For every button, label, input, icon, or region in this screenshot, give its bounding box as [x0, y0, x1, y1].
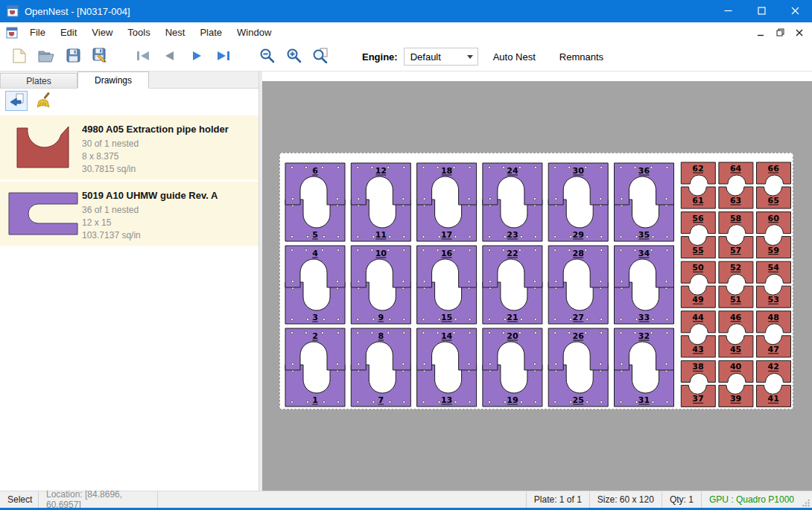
status-mode: Select [0, 491, 39, 508]
main-area: Plates Drawings 4980 A05 Extraction pipe… [0, 71, 812, 491]
part-number: 63 [730, 196, 741, 205]
drawing-title: 4980 A05 Extraction pipe holder [82, 124, 256, 135]
drawing-title: 5019 A10 UHMW guide Rev. A [82, 190, 256, 201]
nav-next-button[interactable] [185, 45, 209, 68]
part-number: 15 [441, 313, 452, 322]
nav-first-button[interactable] [131, 45, 155, 68]
part-number: 50 [692, 263, 704, 272]
part-number: 21 [507, 313, 518, 322]
menu-item-tools[interactable]: Tools [120, 24, 157, 41]
maximize-button[interactable] [745, 0, 778, 22]
part-number: 33 [638, 313, 650, 322]
part-number: 2 [312, 331, 318, 341]
tab-plates-label: Plates [26, 76, 51, 86]
part-number: 29 [573, 230, 584, 240]
tab-drawings[interactable]: Drawings [77, 71, 149, 89]
part-number: 16 [441, 249, 453, 258]
part-number: 12 [375, 166, 387, 176]
menu-item-window[interactable]: Window [229, 24, 279, 41]
part-number: 61 [692, 196, 703, 205]
part-number: 41 [768, 394, 779, 404]
mdi-close-button[interactable] [791, 25, 808, 39]
save-as-icon [92, 48, 108, 66]
mdi-minimize-button[interactable] [752, 25, 769, 39]
drawing-area: 30.7815 sq/in [82, 163, 256, 176]
save-as-button[interactable] [88, 45, 112, 68]
part-number: 44 [692, 313, 704, 322]
part-number: 65 [768, 196, 779, 205]
drawing-thumbnail [4, 188, 82, 240]
nest-canvas[interactable]: 6512111817242330293635431091615222128273… [262, 71, 812, 491]
open-folder-icon [38, 49, 54, 65]
part-number: 5 [312, 230, 318, 240]
resize-grip[interactable] [802, 491, 812, 508]
drawings-toolbar [0, 89, 258, 113]
last-plate-icon [216, 50, 231, 64]
part-number: 28 [573, 249, 584, 258]
nest-plate[interactable]: 6512111817242330293635431091615222128273… [279, 153, 793, 409]
menu-item-file[interactable]: File [22, 24, 53, 41]
menu-item-view[interactable]: View [84, 24, 120, 41]
part-number: 45 [730, 345, 741, 354]
zoom-in-button[interactable] [282, 45, 305, 68]
remnants-button[interactable]: Remnants [551, 47, 612, 67]
drawing-list: 4980 A05 Extraction pipe holder 30 of 1 … [0, 113, 258, 491]
part-number: 57 [730, 246, 741, 255]
auto-nest-button[interactable]: Auto Nest [484, 47, 545, 67]
part-number: 32 [638, 331, 650, 341]
zoom-out-button[interactable] [255, 45, 279, 68]
new-button[interactable] [7, 45, 31, 68]
part-number: 39 [730, 394, 741, 404]
part-number: 60 [768, 214, 780, 223]
new-file-icon [13, 48, 26, 66]
part-number: 27 [573, 313, 584, 322]
clean-button[interactable] [33, 91, 55, 111]
chevron-down-icon [467, 55, 473, 59]
import-drawing-button[interactable] [5, 91, 28, 111]
prev-plate-icon [162, 50, 177, 64]
part-number: 47 [768, 345, 779, 354]
arrow-left-page-icon [8, 92, 25, 110]
part-number: 22 [507, 249, 518, 258]
drawing-item-uhmw-guide[interactable]: 5019 A10 UHMW guide Rev. A 36 of 1 neste… [0, 182, 258, 246]
part-number: 55 [692, 246, 703, 255]
status-plate-size: Size: 60 x 120 [589, 491, 662, 508]
tab-plates[interactable]: Plates [0, 73, 77, 88]
save-button[interactable] [61, 45, 85, 68]
part-number: 18 [441, 166, 452, 176]
open-button[interactable] [34, 45, 58, 68]
engine-select[interactable]: Default [404, 48, 478, 66]
menu-item-plate[interactable]: Plate [192, 24, 229, 41]
menu-item-edit[interactable]: Edit [53, 24, 84, 41]
part-number: 52 [730, 263, 741, 272]
part-number: 26 [573, 331, 585, 341]
nav-last-button[interactable] [212, 45, 235, 68]
part-number: 38 [692, 362, 703, 372]
part-number: 8 [378, 331, 384, 341]
status-qty: Qty: 1 [662, 491, 701, 508]
part-number: 17 [441, 230, 452, 240]
part-number: 23 [507, 230, 518, 240]
menu-item-nest[interactable]: Nest [158, 24, 193, 41]
nav-prev-button[interactable] [158, 45, 182, 68]
part-number: 31 [638, 395, 650, 405]
part-number: 36 [638, 166, 650, 176]
drawing-item-extraction-pipe-holder[interactable]: 4980 A05 Extraction pipe holder 30 of 1 … [0, 115, 258, 179]
window-title: OpenNest - [N0317-004] [25, 6, 130, 17]
drawing-item-text: 4980 A05 Extraction pipe holder 30 of 1 … [82, 121, 256, 173]
part-number: 34 [638, 249, 650, 258]
part-number: 11 [375, 230, 387, 240]
zoom-out-icon [259, 48, 275, 66]
zoom-fit-button[interactable] [308, 45, 332, 68]
minimize-button[interactable] [711, 0, 745, 22]
part-number: 59 [768, 246, 779, 255]
drawing-size: 8 x 8.375 [82, 150, 256, 163]
part-number: 48 [768, 313, 779, 322]
part-number: 14 [441, 331, 453, 341]
zoom-fit-icon [312, 48, 329, 66]
mdi-restore-button[interactable] [772, 25, 788, 39]
engine-label: Engine: [362, 51, 398, 63]
close-button[interactable] [778, 0, 812, 22]
part-number: 66 [768, 164, 780, 173]
part-number: 19 [507, 395, 518, 405]
